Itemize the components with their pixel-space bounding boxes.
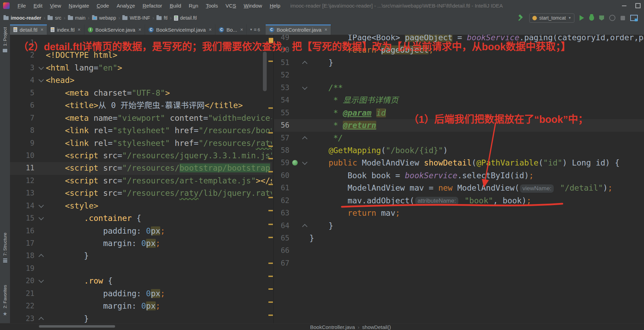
menu-analyze[interactable]: Analyze xyxy=(113,3,139,9)
breadcrumb-bottom[interactable]: BookController.java›showDetail() xyxy=(310,324,391,330)
editor-left-detail-ftl[interactable]: 1234567891011121314151617181920212223<!D… xyxy=(10,35,272,323)
fold-up-icon[interactable] xyxy=(302,224,308,229)
warning-stripe-mark[interactable] xyxy=(268,315,273,316)
warning-stripe-mark[interactable] xyxy=(268,61,273,62)
breadcrumb-separator: › xyxy=(358,324,359,330)
horizontal-scrollbar[interactable] xyxy=(39,325,115,328)
run-configuration-select[interactable]: start_tomcat ▼ xyxy=(529,13,574,23)
code-area[interactable]: <!DOCTYPE html><html lang="en"><head> <m… xyxy=(46,36,272,323)
menu-edit[interactable]: Edit xyxy=(30,3,46,9)
sidebar-item-project[interactable]: 1: Project xyxy=(0,27,10,52)
gutter-row: 23 xyxy=(10,312,46,323)
chevron-right-icon: › xyxy=(64,15,65,21)
fold-up-icon[interactable] xyxy=(302,61,308,66)
warning-stripe-mark[interactable] xyxy=(268,146,273,147)
fold-down-icon[interactable] xyxy=(302,160,308,165)
gutter-row: 16 xyxy=(10,225,46,237)
minimize-icon[interactable] xyxy=(622,6,626,6)
fold-down-icon[interactable] xyxy=(39,65,44,70)
warning-stripe-mark[interactable] xyxy=(268,107,273,109)
tab-bo-[interactable]: CBo...× xyxy=(215,24,247,35)
breadcrumb-method[interactable]: showDetail() xyxy=(362,324,391,330)
tab-detail-ftl[interactable]: detail.ftl× xyxy=(10,24,47,35)
breadcrumb-item-web-inf[interactable]: WEB-INF xyxy=(122,15,151,21)
fold-down-icon[interactable] xyxy=(302,84,308,90)
gutter-row: 66 xyxy=(274,244,309,257)
code-line: <script src="/resources/art-template.js"… xyxy=(46,174,272,187)
fold-down-icon[interactable] xyxy=(39,202,44,208)
fold-up-icon[interactable] xyxy=(39,317,44,322)
tab-bookcontroller-java[interactable]: CBookController.java× xyxy=(266,24,331,35)
warning-stripe-mark[interactable] xyxy=(268,184,273,185)
line-number: 52 xyxy=(274,69,289,81)
line-number: 23 xyxy=(10,312,34,323)
menu-vcs[interactable]: VCS xyxy=(222,3,240,9)
breadcrumb-item-main[interactable]: main xyxy=(67,15,86,21)
editor-right-bookcontroller[interactable]: 49505152535455565758596061626364656667 I… xyxy=(274,35,644,323)
layout-icon[interactable] xyxy=(630,15,638,21)
warning-stripe-mark[interactable] xyxy=(268,158,273,159)
fold-up-icon[interactable] xyxy=(39,254,44,259)
menu-refactor[interactable]: Refactor xyxy=(139,3,166,9)
maximize-icon[interactable] xyxy=(635,3,641,8)
breadcrumb-item-src[interactable]: src xyxy=(47,15,62,21)
sidebar-item-structure[interactable]: 7: Structure xyxy=(0,233,10,263)
build-hammer-icon[interactable] xyxy=(518,15,524,21)
breadcrumb-item-imooc-reader[interactable]: imooc-reader xyxy=(3,15,42,21)
warning-stripe-mark[interactable] xyxy=(268,171,273,172)
coverage-icon[interactable] xyxy=(599,15,604,21)
tab-bookservice-java[interactable]: IBookService.java× xyxy=(84,24,145,35)
menu-code[interactable]: Code xyxy=(93,3,113,9)
hidden-tabs-dropdown[interactable]: ▼≡6 xyxy=(247,24,263,35)
warning-stripe-mark[interactable] xyxy=(268,132,273,134)
fold-up-icon[interactable] xyxy=(302,136,308,141)
menu-tools[interactable]: Tools xyxy=(202,3,222,9)
fold-down-icon[interactable] xyxy=(39,278,44,283)
breadcrumb-item-detail.ftl[interactable]: detail.ftl xyxy=(173,15,197,21)
menu-window[interactable]: Window xyxy=(240,3,266,9)
breadcrumb-label: webapp xyxy=(99,15,116,21)
close-icon[interactable]: × xyxy=(41,27,43,32)
editor-splitter[interactable] xyxy=(273,35,274,323)
folder-icon xyxy=(3,49,7,52)
warning-stripe-mark[interactable] xyxy=(268,263,273,264)
tab-bookserviceimpl-java[interactable]: CBookServiceImpl.java× xyxy=(145,24,215,35)
line-number: 18 xyxy=(10,249,34,262)
warning-stripe-mark[interactable] xyxy=(268,288,273,290)
line-number: 66 xyxy=(274,244,289,257)
close-icon[interactable]: × xyxy=(325,27,327,32)
menu-navigate[interactable]: Navigate xyxy=(65,3,93,9)
close-icon[interactable]: × xyxy=(78,27,81,32)
warning-stripe-mark[interactable] xyxy=(268,224,273,225)
code-area[interactable]: IPage<Book> pageObject = bookService.pag… xyxy=(309,35,644,269)
warning-stripe-mark[interactable] xyxy=(268,276,273,277)
close-icon[interactable]: × xyxy=(209,27,212,32)
menu-file[interactable]: File xyxy=(14,3,30,9)
warning-stripe-mark[interactable] xyxy=(268,301,273,303)
menu-help[interactable]: Help xyxy=(266,3,284,9)
close-icon[interactable]: × xyxy=(240,27,243,32)
vertical-scrollbar[interactable] xyxy=(263,52,267,91)
tab-index-ftl[interactable]: index.ftl× xyxy=(47,24,84,35)
debug-icon[interactable] xyxy=(589,15,594,21)
breadcrumb-file[interactable]: BookController.java xyxy=(310,324,355,330)
breadcrumb: imooc-reader›src›main›webapp›WEB-INF›ftl… xyxy=(3,11,197,24)
run-icon[interactable] xyxy=(580,15,584,21)
menu-view[interactable]: View xyxy=(46,3,65,9)
menu-build[interactable]: Build xyxy=(166,3,185,9)
menu-run[interactable]: Run xyxy=(185,3,202,9)
fold-down-icon[interactable] xyxy=(39,77,44,83)
warning-stripe-mark[interactable] xyxy=(268,237,273,238)
warning-stripe-mark[interactable] xyxy=(268,197,273,198)
warning-stripe-mark[interactable] xyxy=(268,210,273,211)
sidebar-item-favorites[interactable]: 2: Favorites ★ xyxy=(0,285,10,316)
fold-down-icon[interactable] xyxy=(39,215,44,221)
breadcrumb-label: src xyxy=(55,15,61,21)
breadcrumb-item-webapp[interactable]: webapp xyxy=(91,15,117,21)
line-number: 16 xyxy=(10,225,34,237)
close-icon[interactable]: × xyxy=(139,27,141,32)
stop-icon[interactable] xyxy=(621,16,625,20)
profiler-icon[interactable] xyxy=(609,15,615,21)
request-mapping-icon[interactable] xyxy=(292,160,298,166)
breadcrumb-item-ftl[interactable]: ftl xyxy=(156,15,168,21)
